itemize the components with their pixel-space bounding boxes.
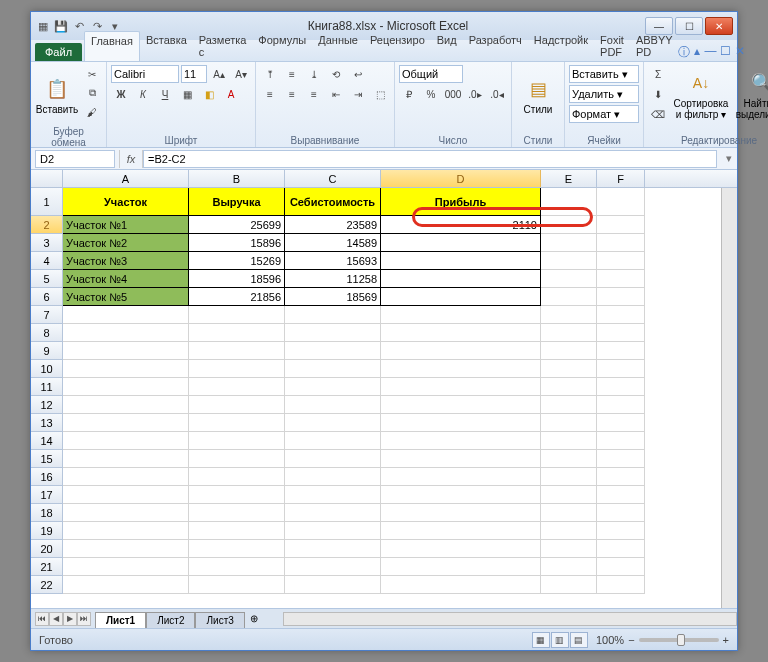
cell[interactable] xyxy=(541,558,597,576)
cell[interactable] xyxy=(597,216,645,234)
comma-button[interactable]: 000 xyxy=(443,85,463,103)
cell[interactable] xyxy=(541,504,597,522)
row-header[interactable]: 16 xyxy=(31,468,63,486)
increase-decimal-button[interactable]: .0▸ xyxy=(465,85,485,103)
align-right-button[interactable]: ≡ xyxy=(304,85,324,103)
cell[interactable] xyxy=(285,522,381,540)
ribbon-tab[interactable]: Данные xyxy=(312,31,364,61)
cell[interactable] xyxy=(63,306,189,324)
align-bottom-button[interactable]: ⤓ xyxy=(304,65,324,83)
ribbon-minimize-icon[interactable]: ▴ xyxy=(694,44,700,61)
doc-restore-icon[interactable]: ☐ xyxy=(720,44,731,61)
normal-view-button[interactable]: ▦ xyxy=(532,632,550,648)
cell[interactable] xyxy=(381,522,541,540)
increase-indent-button[interactable]: ⇥ xyxy=(348,85,368,103)
maximize-button[interactable]: ☐ xyxy=(675,17,703,35)
row-header[interactable]: 10 xyxy=(31,360,63,378)
column-header[interactable]: D xyxy=(381,170,541,187)
cell[interactable] xyxy=(285,576,381,594)
cell[interactable] xyxy=(541,234,597,252)
cell[interactable] xyxy=(381,486,541,504)
cell[interactable] xyxy=(597,450,645,468)
row-header[interactable]: 20 xyxy=(31,540,63,558)
font-name-select[interactable]: Calibri xyxy=(111,65,179,83)
cell[interactable] xyxy=(597,432,645,450)
close-button[interactable]: ✕ xyxy=(705,17,733,35)
cell[interactable] xyxy=(285,396,381,414)
sheet-nav-prev-icon[interactable]: ◀ xyxy=(49,612,63,626)
copy-button[interactable]: ⧉ xyxy=(82,84,102,102)
cell[interactable]: 2110 xyxy=(381,216,541,234)
cell[interactable] xyxy=(63,360,189,378)
cell[interactable]: Участок №1 xyxy=(63,216,189,234)
cell[interactable] xyxy=(189,360,285,378)
row-header[interactable]: 11 xyxy=(31,378,63,396)
cell[interactable] xyxy=(541,522,597,540)
cell[interactable] xyxy=(541,432,597,450)
align-top-button[interactable]: ⤒ xyxy=(260,65,280,83)
cell[interactable] xyxy=(63,432,189,450)
cell[interactable] xyxy=(285,504,381,522)
row-header[interactable]: 8 xyxy=(31,324,63,342)
cell[interactable] xyxy=(541,324,597,342)
row-header[interactable]: 22 xyxy=(31,576,63,594)
doc-minimize-icon[interactable]: — xyxy=(704,44,716,61)
cell[interactable] xyxy=(381,306,541,324)
styles-button[interactable]: ▤ Стили xyxy=(516,65,560,125)
cell[interactable] xyxy=(63,342,189,360)
row-header[interactable]: 15 xyxy=(31,450,63,468)
new-sheet-button[interactable]: ⊕ xyxy=(245,613,263,624)
zoom-level[interactable]: 100% xyxy=(596,634,624,646)
cell[interactable] xyxy=(597,270,645,288)
cell[interactable] xyxy=(381,378,541,396)
horizontal-scrollbar[interactable] xyxy=(283,612,737,626)
ribbon-tab[interactable]: Надстройк xyxy=(528,31,594,61)
name-box[interactable]: D2 xyxy=(35,150,115,168)
cell[interactable]: Участок №4 xyxy=(63,270,189,288)
cell[interactable] xyxy=(189,324,285,342)
cell[interactable] xyxy=(285,468,381,486)
cell[interactable] xyxy=(381,342,541,360)
delete-cells-button[interactable]: Удалить ▾ xyxy=(569,85,639,103)
sheet-tab[interactable]: Лист1 xyxy=(95,612,146,628)
cell[interactable] xyxy=(285,360,381,378)
cell[interactable] xyxy=(541,450,597,468)
cell[interactable] xyxy=(381,558,541,576)
cell[interactable] xyxy=(597,396,645,414)
row-header[interactable]: 12 xyxy=(31,396,63,414)
column-header[interactable]: A xyxy=(63,170,189,187)
cell[interactable] xyxy=(189,468,285,486)
page-break-view-button[interactable]: ▤ xyxy=(570,632,588,648)
cell[interactable] xyxy=(597,306,645,324)
cell[interactable] xyxy=(597,188,645,216)
row-header[interactable]: 14 xyxy=(31,432,63,450)
column-header[interactable]: C xyxy=(285,170,381,187)
cell[interactable]: Себистоимость xyxy=(285,188,381,216)
align-left-button[interactable]: ≡ xyxy=(260,85,280,103)
cell[interactable] xyxy=(63,378,189,396)
grow-font-button[interactable]: A▴ xyxy=(209,65,229,83)
clear-button[interactable]: ⌫ xyxy=(648,105,668,123)
cell[interactable] xyxy=(541,216,597,234)
formula-input[interactable]: =B2-C2 xyxy=(143,150,717,168)
cell[interactable]: 15269 xyxy=(189,252,285,270)
sheet-nav-first-icon[interactable]: ⏮ xyxy=(35,612,49,626)
zoom-out-button[interactable]: − xyxy=(628,634,634,646)
row-header[interactable]: 13 xyxy=(31,414,63,432)
cell[interactable] xyxy=(597,540,645,558)
wrap-text-button[interactable]: ↩ xyxy=(348,65,368,83)
ribbon-tab[interactable]: Foxit PDF xyxy=(594,31,630,61)
cell[interactable] xyxy=(189,396,285,414)
cell[interactable]: Прибыль xyxy=(381,188,541,216)
cell[interactable] xyxy=(597,504,645,522)
cell[interactable] xyxy=(541,306,597,324)
column-header[interactable]: B xyxy=(189,170,285,187)
cell[interactable] xyxy=(189,540,285,558)
cell[interactable] xyxy=(541,270,597,288)
cell[interactable] xyxy=(189,486,285,504)
cell[interactable] xyxy=(285,558,381,576)
cell[interactable] xyxy=(63,486,189,504)
merge-button[interactable]: ⬚ xyxy=(370,85,390,103)
row-header[interactable]: 7 xyxy=(31,306,63,324)
cell[interactable]: 11258 xyxy=(285,270,381,288)
